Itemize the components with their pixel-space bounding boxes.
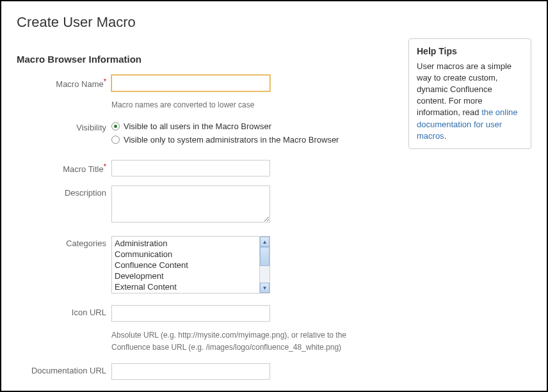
page-title: Create User Macro xyxy=(17,14,531,31)
list-item[interactable]: Communication xyxy=(115,249,257,260)
macro-name-helper: Macro names are converted to lower case xyxy=(111,99,380,111)
macro-name-input[interactable] xyxy=(111,75,270,91)
icon-url-label: Icon URL xyxy=(17,305,111,317)
visibility-radio-all[interactable] xyxy=(111,122,120,130)
help-panel: Help Tips User macros are a simple way t… xyxy=(408,38,531,149)
list-item[interactable]: Confluence Content xyxy=(115,260,257,270)
visibility-label: Visibility xyxy=(17,120,111,132)
documentation-url-input[interactable] xyxy=(111,363,270,380)
scroll-thumb[interactable] xyxy=(260,247,270,266)
list-item[interactable]: Development xyxy=(115,270,257,281)
visibility-option-admins-label: Visible only to system administrators in… xyxy=(124,135,339,145)
macro-title-label: Macro Title* xyxy=(17,160,111,174)
categories-listbox[interactable]: Administration Communication Confluence … xyxy=(111,236,270,294)
list-item[interactable]: External Content xyxy=(115,281,257,292)
visibility-radio-admins[interactable] xyxy=(111,136,120,144)
visibility-option-all-label: Visible to all users in the Macro Browse… xyxy=(124,122,271,131)
description-textarea[interactable] xyxy=(111,185,270,223)
required-asterisk: * xyxy=(104,162,106,170)
help-title: Help Tips xyxy=(417,45,523,58)
form-column: Macro Browser Information Macro Name* Ma… xyxy=(17,54,396,385)
description-label: Description xyxy=(17,185,111,198)
help-body: User macros are a simple way to create c… xyxy=(417,61,523,142)
categories-scrollbar[interactable]: ▲ ▼ xyxy=(259,237,270,293)
scroll-down-button[interactable]: ▼ xyxy=(260,283,270,293)
macro-name-label: Macro Name* xyxy=(17,75,111,89)
icon-url-input[interactable] xyxy=(111,305,270,322)
required-asterisk: * xyxy=(104,77,106,85)
icon-url-helper: Absolute URL (e.g. http://mysite.com/myi… xyxy=(111,329,380,354)
documentation-url-label: Documentation URL xyxy=(17,363,111,375)
section-heading: Macro Browser Information xyxy=(17,54,396,65)
categories-label: Categories xyxy=(17,236,111,248)
macro-title-input[interactable] xyxy=(111,160,270,176)
scroll-track[interactable] xyxy=(260,247,270,283)
list-item[interactable]: Administration xyxy=(115,238,257,249)
scroll-up-button[interactable]: ▲ xyxy=(260,237,270,247)
